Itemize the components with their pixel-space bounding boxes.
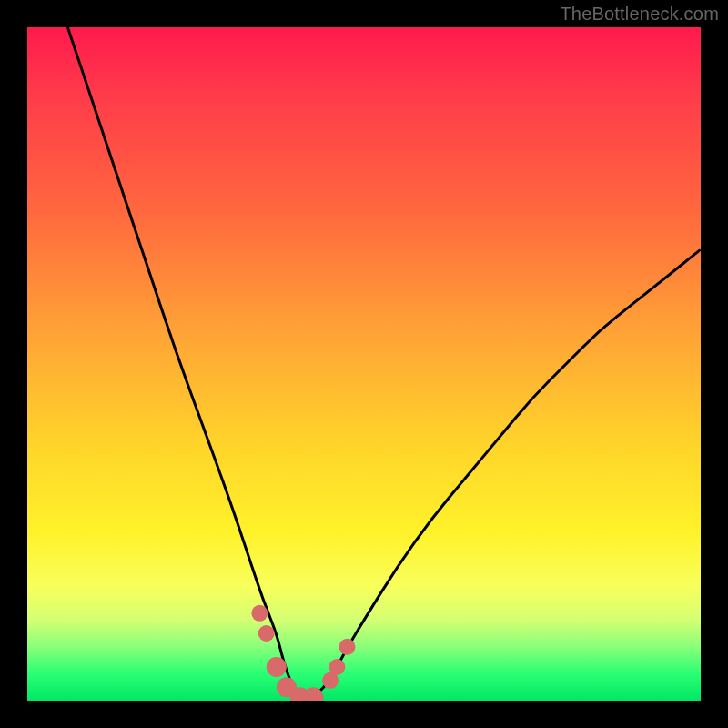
- curve-marker: [251, 605, 268, 622]
- bottleneck-curve: [67, 27, 701, 701]
- bottleneck-curve-svg: [27, 27, 701, 701]
- watermark-text: TheBottleneck.com: [560, 4, 719, 25]
- curve-marker: [339, 639, 356, 655]
- outer-frame: TheBottleneck.com: [0, 0, 728, 728]
- curve-marker: [258, 625, 275, 642]
- curve-markers: [251, 605, 355, 701]
- plot-area: [27, 27, 701, 701]
- curve-marker: [329, 659, 345, 675]
- curve-marker: [267, 657, 287, 677]
